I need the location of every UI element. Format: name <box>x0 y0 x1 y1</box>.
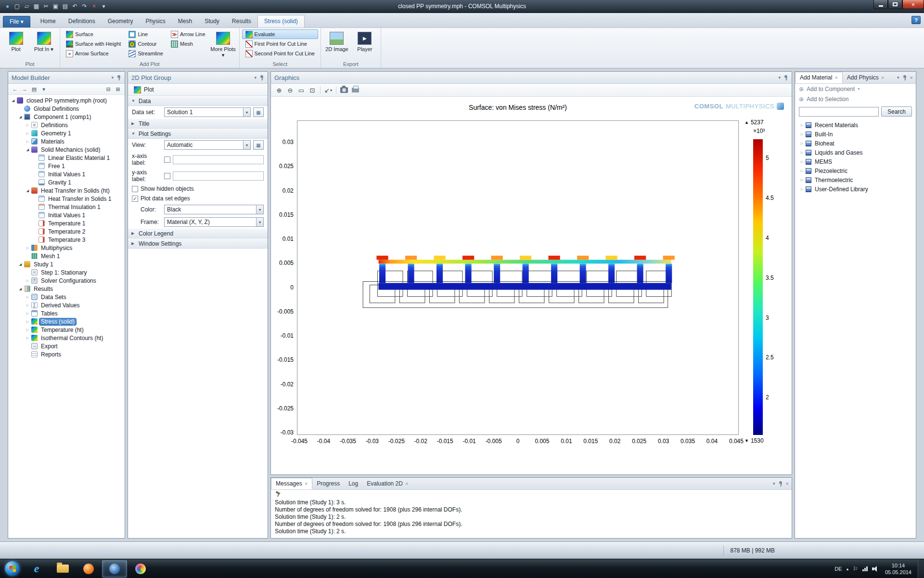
pin-icon[interactable] <box>902 75 907 80</box>
delete-icon[interactable]: × <box>90 2 99 11</box>
collapse-icon[interactable]: ◢ <box>10 99 16 103</box>
section-title-header[interactable]: ▶ Title <box>128 118 268 129</box>
close-icon[interactable]: × <box>910 75 913 80</box>
tree-item-materials[interactable]: ▷Materials <box>8 137 125 145</box>
tree-item-study-1[interactable]: ◢Study 1 <box>8 260 125 268</box>
paste-icon[interactable]: ▤ <box>61 2 70 11</box>
tab-stress-solid[interactable]: Stress (solid) <box>257 15 305 27</box>
tree-item-definitions[interactable]: ▷≡Definitions <box>8 121 125 129</box>
tab-definitions[interactable]: Definitions <box>62 15 102 27</box>
expand-all-icon[interactable]: ⊞ <box>114 85 122 93</box>
material-tab-add-physics[interactable]: Add Physics× <box>843 72 888 83</box>
undo-icon[interactable]: ↶ <box>70 2 79 11</box>
plot-in-button[interactable]: Plot In ▾ <box>30 29 57 59</box>
collapse-icon[interactable]: ◢ <box>17 287 24 291</box>
copy-icon[interactable]: ▣ <box>51 2 60 11</box>
messages-tab-evaluation-2d[interactable]: Evaluation 2D× <box>362 478 412 489</box>
taskbar-app-windows-explorer[interactable] <box>50 560 75 578</box>
back-icon[interactable]: ← <box>11 85 19 93</box>
tab-geometry[interactable]: Geometry <box>102 15 140 27</box>
expand-icon[interactable]: ▷ <box>25 123 31 127</box>
view-select[interactable]: Automatic ▾ <box>164 140 251 150</box>
panel-menu-icon[interactable]: ▾ <box>773 481 775 486</box>
plot-button[interactable]: Plot <box>2 29 29 59</box>
tab-study[interactable]: Study <box>198 15 226 27</box>
zoom-box-icon[interactable]: ▭ <box>296 85 306 95</box>
tree-item-temperature-2[interactable]: Temperature 2 <box>8 227 125 236</box>
collapse-icon[interactable]: ◢ <box>17 115 24 119</box>
material-item-bioheat[interactable]: ▷Bioheat <box>795 139 916 148</box>
tree-item-closed-pp-symmetry-mph-root[interactable]: ◢closed PP symmetry.mph (root) <box>8 96 125 105</box>
frame-select[interactable]: Material (X, Y, Z) ▾ <box>164 217 264 227</box>
expand-icon[interactable]: ▷ <box>799 142 805 145</box>
arrow-surface-button[interactable]: »Arrow Surface <box>63 49 124 58</box>
first-point-for-cut-line-button[interactable]: First Point for Cut Line <box>242 39 318 49</box>
expand-icon[interactable]: ▷ <box>799 187 805 191</box>
tab-home[interactable]: Home <box>34 15 62 27</box>
expand-icon[interactable]: ▷ <box>25 279 31 283</box>
add-to-component-button[interactable]: ⊕Add to Component▾ <box>795 84 916 94</box>
pin-icon[interactable] <box>259 75 264 80</box>
tree-item-heat-transfer-in-solids-1[interactable]: Heat Transfer in Solids 1 <box>8 195 125 203</box>
language-indicator[interactable]: DE <box>834 566 842 572</box>
taskbar-app-comsol-multiphysics[interactable] <box>102 560 127 578</box>
x-axis-label-input[interactable] <box>173 155 264 164</box>
close-icon[interactable]: × <box>305 481 308 486</box>
data-set-options-button[interactable]: ▦ <box>253 107 264 117</box>
zoom-in-icon[interactable]: ⊕ <box>274 85 284 95</box>
section-plot-settings-header[interactable]: ▼ Plot Settings <box>128 129 268 139</box>
minimize-button[interactable] <box>873 0 888 9</box>
expand-icon[interactable]: ▷ <box>25 246 31 250</box>
taskbar-app-browser[interactable] <box>76 560 101 578</box>
expand-icon[interactable]: ▷ <box>799 160 805 164</box>
pin-icon[interactable] <box>116 75 121 80</box>
tree-item-solid-mechanics-solid[interactable]: ◢Solid Mechanics (solid) <box>8 145 125 154</box>
tree-item-temperature-1[interactable]: Temperature 1 <box>8 219 125 227</box>
material-tab-add-material[interactable]: Add Material× <box>795 72 843 83</box>
expand-icon[interactable]: ▷ <box>25 140 31 144</box>
expand-icon[interactable]: ▷ <box>25 328 31 332</box>
app-logo-icon[interactable]: ● <box>3 2 12 11</box>
y-axis-label-checkbox[interactable] <box>164 173 170 179</box>
graphics-canvas[interactable]: Surface: von Mises stress (N/m²) COMSOL … <box>271 97 792 474</box>
taskbar-app-paint[interactable] <box>128 560 153 578</box>
toolbar-menu-icon[interactable]: ▾ <box>99 2 108 11</box>
collapse-all-icon[interactable]: ⊟ <box>104 85 113 93</box>
expand-icon[interactable]: ▷ <box>25 295 31 299</box>
arrow-line-button[interactable]: ≫Arrow Line <box>167 29 209 39</box>
action-center-icon[interactable]: ⚐ <box>853 565 858 572</box>
second-point-for-cut-line-button[interactable]: Second Point for Cut Line <box>242 49 318 58</box>
menu-icon[interactable]: ▤ <box>30 85 38 93</box>
tree-item-export[interactable]: →Export <box>8 342 125 350</box>
section-window-settings-header[interactable]: ▶ Window Settings <box>128 238 268 249</box>
collapse-icon[interactable]: ◢ <box>25 148 31 152</box>
material-item-built-in[interactable]: ▷Built-In <box>795 130 916 139</box>
expand-icon[interactable]: ▷ <box>799 151 805 155</box>
tree-item-gravity-1[interactable]: Gravity 1 <box>8 178 125 186</box>
expand-icon[interactable]: ▷ <box>799 178 805 182</box>
expand-icon[interactable]: ▷ <box>799 169 805 173</box>
zoom-out-icon[interactable]: ⊖ <box>285 85 295 95</box>
expand-icon[interactable]: ▷ <box>25 320 31 324</box>
help-button[interactable]: ? <box>911 16 921 24</box>
tree-item-step-1-stationary[interactable]: =Step 1: Stationary <box>8 268 125 276</box>
material-search-input[interactable] <box>799 107 879 117</box>
plot-button[interactable]: Plot <box>130 85 158 94</box>
tree-item-tables[interactable]: ▷Tables <box>8 309 125 317</box>
section-color-legend-header[interactable]: ▶ Color Legend <box>128 228 268 238</box>
y-axis-label-input[interactable] <box>173 171 264 181</box>
clock[interactable]: 10:14 05.05.2014 <box>885 562 911 576</box>
forward-icon[interactable]: → <box>20 85 29 93</box>
show-hidden-icons[interactable]: ▴ <box>847 566 849 571</box>
close-icon[interactable]: × <box>786 481 789 486</box>
contour-button[interactable]: Contour <box>125 39 167 49</box>
player-button[interactable]: ▶Player <box>351 29 378 59</box>
surface-button[interactable]: Surface <box>63 29 124 39</box>
volume-icon[interactable] <box>872 566 879 572</box>
panel-menu-icon[interactable]: ▾ <box>778 75 781 80</box>
material-item-thermoelectric[interactable]: ▷Thermoelectric <box>795 175 916 184</box>
expand-icon[interactable]: ▷ <box>25 312 31 315</box>
add-to-selection-button[interactable]: ⊕Add to Selection <box>795 94 916 104</box>
streamline-button[interactable]: Streamline <box>125 49 167 58</box>
pin-icon[interactable] <box>783 75 788 80</box>
